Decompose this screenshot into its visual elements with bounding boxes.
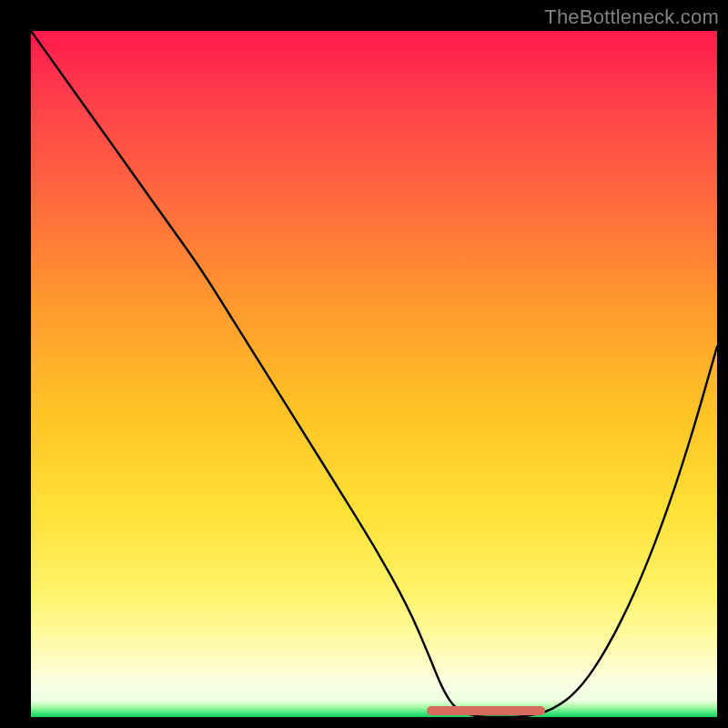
- plot-area: [31, 31, 717, 717]
- chart-frame: TheBottleneck.com: [0, 0, 728, 728]
- optimal-range-highlight: [427, 706, 545, 715]
- bottleneck-curve-path: [31, 31, 717, 717]
- bottleneck-curve: [31, 31, 717, 717]
- watermark-text: TheBottleneck.com: [544, 5, 719, 29]
